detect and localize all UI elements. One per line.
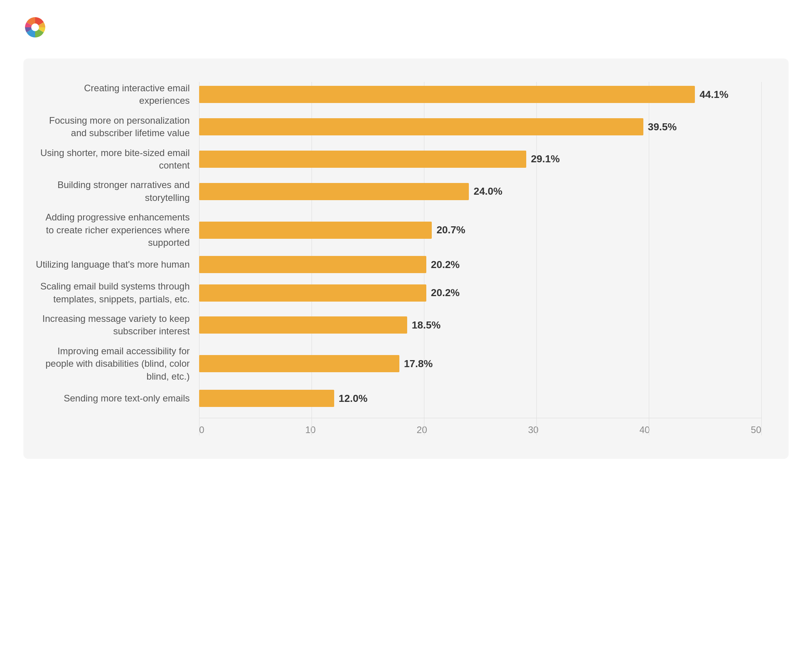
- bar-value-label: 24.0%: [474, 185, 502, 197]
- bar-value-label: 44.1%: [700, 89, 728, 101]
- bar-label: Focusing more on personalization and sub…: [35, 114, 199, 140]
- bar-track: 18.5%: [199, 316, 761, 334]
- bar-track: 20.7%: [199, 222, 761, 239]
- bar-track: 44.1%: [199, 86, 761, 103]
- bar-fill: [199, 86, 695, 103]
- bar-label: Increasing message variety to keep subsc…: [35, 313, 199, 338]
- x-axis: 01020304050: [199, 418, 761, 435]
- bar-track: 39.5%: [199, 118, 761, 135]
- bar-track: 20.2%: [199, 284, 761, 302]
- bar-label: Adding progressive enhancements to creat…: [35, 211, 199, 249]
- bar-fill: [199, 316, 407, 334]
- bar-label: Improving email accessibility for people…: [35, 345, 199, 383]
- svg-point-1: [31, 23, 39, 31]
- grid-line: [761, 82, 762, 435]
- bar-label: Using shorter, more bite-sized email con…: [35, 147, 199, 172]
- x-tick: 10: [305, 424, 316, 435]
- bar-fill: [199, 256, 426, 273]
- x-tick: 50: [751, 424, 761, 435]
- bar-value-label: 17.8%: [404, 358, 433, 370]
- bar-fill: [199, 118, 643, 135]
- bar-fill: [199, 151, 526, 168]
- bar-fill: [199, 183, 469, 200]
- bar-row: Using shorter, more bite-sized email con…: [35, 147, 761, 172]
- x-tick: 40: [639, 424, 650, 435]
- bar-value-label: 12.0%: [339, 392, 368, 405]
- bar-track: 12.0%: [199, 390, 761, 407]
- bar-row: Utilizing language that's more human20.2…: [35, 256, 761, 273]
- chart-container: Creating interactive email experiences44…: [23, 59, 789, 459]
- x-tick: 0: [199, 424, 204, 435]
- x-tick: 30: [528, 424, 539, 435]
- bar-row: Improving email accessibility for people…: [35, 345, 761, 383]
- bar-row: Creating interactive email experiences44…: [35, 82, 761, 107]
- x-tick: 20: [417, 424, 427, 435]
- bar-row: Sending more text-only emails12.0%: [35, 390, 761, 407]
- bar-value-label: 20.2%: [431, 287, 460, 299]
- bar-label: Building stronger narratives and storyte…: [35, 179, 199, 204]
- bar-value-label: 20.7%: [436, 224, 465, 236]
- bar-track: 20.2%: [199, 256, 761, 273]
- bar-row: Focusing more on personalization and sub…: [35, 114, 761, 140]
- bar-value-label: 20.2%: [431, 259, 460, 271]
- bar-value-label: 29.1%: [531, 153, 560, 165]
- litmus-logo-icon: [23, 16, 47, 39]
- bar-fill: [199, 284, 426, 302]
- bar-label: Sending more text-only emails: [35, 392, 199, 405]
- bar-label: Creating interactive email experiences: [35, 82, 199, 107]
- bar-label: Utilizing language that's more human: [35, 258, 199, 271]
- bar-track: 29.1%: [199, 151, 761, 168]
- chart-inner: Creating interactive email experiences44…: [35, 82, 761, 435]
- bar-value-label: 39.5%: [648, 121, 677, 133]
- bar-value-label: 18.5%: [412, 319, 441, 331]
- bar-fill: [199, 222, 432, 239]
- bar-track: 17.8%: [199, 355, 761, 372]
- bar-track: 24.0%: [199, 183, 761, 200]
- chart-area: Creating interactive email experiences44…: [35, 82, 761, 414]
- bar-row: Increasing message variety to keep subsc…: [35, 313, 761, 338]
- logo-area: [23, 16, 789, 39]
- bar-row: Building stronger narratives and storyte…: [35, 179, 761, 204]
- bar-fill: [199, 390, 334, 407]
- bar-row: Adding progressive enhancements to creat…: [35, 211, 761, 249]
- bar-row: Scaling email build systems through temp…: [35, 280, 761, 305]
- bar-fill: [199, 355, 399, 372]
- bar-label: Scaling email build systems through temp…: [35, 280, 199, 305]
